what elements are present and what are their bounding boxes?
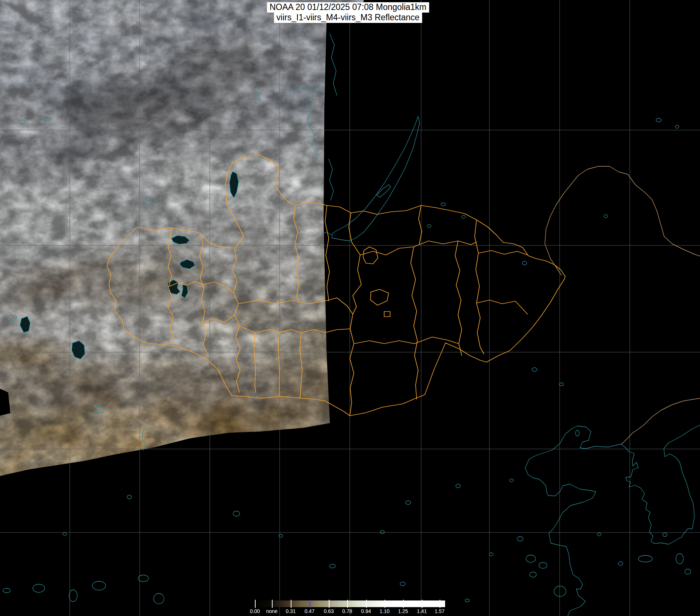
island bbox=[539, 562, 547, 568]
aimag-border bbox=[350, 255, 361, 416]
river bbox=[330, 34, 337, 95]
title-line-1: NOAA 20 01/12/2025 07:08 Mongolia1km bbox=[267, 2, 429, 13]
river bbox=[329, 159, 334, 200]
small-lake bbox=[406, 501, 411, 504]
small-lake bbox=[400, 582, 405, 586]
colorbar-tick bbox=[329, 600, 329, 608]
small-lake bbox=[329, 564, 335, 568]
small-lake bbox=[93, 406, 105, 413]
small-lake bbox=[427, 225, 431, 228]
colorbar-label: 0.00 bbox=[250, 608, 260, 614]
colorbar-tick bbox=[440, 600, 440, 608]
small-lake bbox=[576, 430, 579, 436]
river bbox=[293, 85, 318, 163]
small-lake bbox=[604, 215, 608, 218]
colorbar-label: 0.78 bbox=[342, 608, 352, 614]
lake-baikal bbox=[332, 116, 420, 241]
small-lake bbox=[559, 383, 564, 386]
island bbox=[618, 562, 623, 565]
small-lake bbox=[456, 484, 460, 488]
island bbox=[517, 537, 523, 541]
map-overlay bbox=[0, 0, 700, 616]
colorbar-tick bbox=[347, 600, 348, 608]
lake bbox=[72, 341, 85, 359]
lake bbox=[181, 285, 188, 298]
small-lake bbox=[656, 118, 661, 122]
colorbar-tick bbox=[403, 600, 404, 608]
aimag-border bbox=[354, 337, 459, 344]
colorbar-tick bbox=[255, 600, 256, 608]
island bbox=[597, 533, 601, 536]
small-lake bbox=[7, 315, 17, 320]
aimag-border bbox=[233, 248, 240, 392]
colorbar-tick bbox=[422, 600, 423, 608]
aimag-border bbox=[477, 300, 527, 314]
small-lake bbox=[69, 590, 77, 602]
aimag-border bbox=[238, 298, 353, 314]
colorbar-tick bbox=[366, 600, 367, 608]
aimag-border bbox=[419, 205, 422, 244]
image-title: NOAA 20 01/12/2025 07:08 Mongolia1km vii… bbox=[267, 2, 429, 23]
aimag-border bbox=[199, 234, 208, 355]
aimag-border bbox=[300, 333, 302, 398]
title-line-2: viirs_I1-viirs_M4-viirs_M3 Reflectance bbox=[274, 13, 422, 23]
coastline bbox=[621, 444, 684, 544]
small-lake bbox=[33, 584, 45, 592]
river bbox=[322, 232, 332, 235]
island bbox=[530, 572, 536, 577]
colorbar-label: 0.94 bbox=[361, 608, 371, 614]
colorbar-label: 0.31 bbox=[286, 608, 296, 614]
colorbar-tick bbox=[291, 600, 291, 608]
russia-china-border bbox=[621, 398, 700, 444]
island bbox=[638, 555, 652, 562]
small-lake bbox=[675, 125, 679, 128]
lake bbox=[168, 280, 180, 295]
small-lake bbox=[380, 531, 385, 534]
small-lake bbox=[233, 511, 240, 516]
colorbar-label: none bbox=[266, 608, 277, 614]
aimag-enclave-border bbox=[363, 247, 378, 264]
colorbar-tick bbox=[385, 600, 385, 608]
colorbar-label: 1.25 bbox=[398, 608, 408, 614]
aimag-border bbox=[239, 326, 350, 333]
aimag-border bbox=[294, 205, 299, 302]
lake bbox=[180, 259, 195, 269]
small-lake bbox=[532, 368, 537, 371]
colorbar-label: 1.41 bbox=[417, 608, 427, 614]
island bbox=[685, 569, 691, 574]
colorbar-label: 0.63 bbox=[324, 608, 334, 614]
island bbox=[554, 586, 566, 596]
aimag-border bbox=[360, 241, 477, 255]
island bbox=[663, 533, 667, 537]
aimag-border bbox=[411, 247, 418, 399]
small-lake bbox=[144, 198, 156, 205]
colorbar-tick bbox=[272, 600, 273, 608]
lake bbox=[229, 171, 239, 198]
island bbox=[676, 554, 683, 564]
reflectance-colorbar: 0.00none0.310.470.630.780.941.101.251.41… bbox=[255, 600, 445, 607]
colorbar-label: 0.47 bbox=[304, 608, 314, 614]
aimag-border bbox=[475, 220, 484, 354]
russia-china-border bbox=[545, 166, 700, 275]
aimag-border bbox=[254, 333, 256, 392]
small-lake bbox=[510, 479, 513, 482]
aimag-border bbox=[455, 241, 462, 355]
small-lake bbox=[3, 588, 10, 593]
coastline bbox=[577, 426, 621, 449]
small-lake bbox=[42, 117, 50, 121]
river bbox=[254, 84, 260, 101]
aimag-border bbox=[325, 205, 329, 301]
aimag-border bbox=[478, 251, 527, 255]
colorbar-label: 1.57 bbox=[434, 608, 444, 614]
small-lake bbox=[465, 599, 469, 602]
coastline bbox=[664, 425, 700, 534]
lake bbox=[20, 316, 30, 333]
river bbox=[142, 428, 146, 450]
coastline bbox=[525, 426, 596, 616]
satellite-viewer-display: NOAA 20 01/12/2025 07:08 Mongolia1km vii… bbox=[0, 0, 700, 616]
small-lake bbox=[441, 203, 445, 206]
small-lake bbox=[19, 120, 25, 124]
small-lake bbox=[127, 495, 132, 499]
small-lake bbox=[522, 261, 527, 265]
colorbar-blue-tick bbox=[310, 600, 310, 608]
